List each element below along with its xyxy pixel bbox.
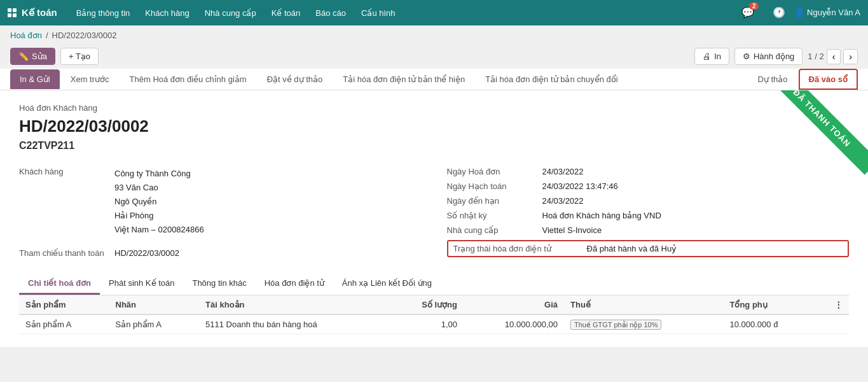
cell-row-actions [816, 315, 849, 334]
col-nhan: Nhãn [109, 295, 200, 315]
top-navigation: Kế toán Bảng thông tin Khách hàng Nhà cu… [0, 0, 868, 25]
invoice-table: Sản phẩm Nhãn Tài khoản Số lượng Giá Thu… [19, 295, 849, 334]
nav-nha-cung-cap[interactable]: Nhà cung cấp [198, 6, 263, 20]
clock-icon[interactable]: 🕐 [773, 6, 785, 18]
col-tai-khoan: Tài khoản [199, 295, 390, 315]
col-tong-phu: Tổng phụ [723, 295, 816, 315]
invoice-label: Hoá đơn Khách hàng [19, 103, 849, 113]
cell-thue: Thuế GTGT phải nộp 10% [564, 315, 723, 334]
action-bar: ✏️ Sửa + Tạo 🖨 In ⚙ Hành động 1 / 2 ‹ › [0, 45, 868, 69]
nha-cung-cap-row: Nhà cung cấp Viettel S-Invoice [447, 223, 850, 237]
tham-chieu-row: Tham chiếu thanh toán HD/2022/03/0002 [19, 246, 422, 260]
invoice-number: HD/2022/03/0002 [19, 117, 849, 136]
right-info: Ngày Hoá đơn 24/03/2022 Ngày Hạch toán 2… [447, 164, 850, 260]
edit-icon: ✏️ [18, 52, 29, 61]
col-so-luong: Số lượng [390, 295, 464, 315]
nav-bao-cao[interactable]: Báo cáo [309, 6, 352, 20]
tab-dat-ve-du-thao[interactable]: Đặt về dự thảo [258, 69, 333, 89]
trang-thai-row: Trạng thái hóa đơn điện tử Đã phát hành … [447, 240, 850, 257]
breadcrumb-parent[interactable]: Hoá đơn [10, 31, 42, 40]
cell-tong-phu: 10.000.000 đ [723, 315, 816, 334]
action-button[interactable]: ⚙ Hành động [734, 48, 803, 65]
action-tabs-bar: In & Gửi Xem trước Thêm Hoá đơn điều chỉ… [0, 69, 868, 90]
print-button[interactable]: 🖨 In [694, 48, 729, 65]
gear-icon: ⚙ [743, 52, 750, 61]
breadcrumb-current: HD/2022/03/0002 [52, 31, 117, 40]
detail-tab-anh-xa[interactable]: Ánh xạ Liên kết Đối ứng [333, 273, 441, 295]
detail-tab-hoa-don-dt[interactable]: Hóa đơn điện tử [256, 273, 333, 295]
app-name: Kế toán [22, 7, 57, 18]
detail-tabs-bar: Chi tiết hoá đơn Phát sinh Kế toán Thông… [19, 273, 849, 295]
ngay-den-han-row: Ngày đến hạn 24/03/2022 [447, 194, 850, 208]
edit-button[interactable]: ✏️ Sửa [10, 48, 55, 65]
pagination: 1 / 2 ‹ › [808, 49, 858, 64]
left-info: Khách hàng Công ty Thành Công 93 Văn Cao… [19, 164, 422, 260]
so-nhat-ky-row: Số nhật ký Hoá đơn Khách hàng bảng VND [447, 208, 850, 223]
cell-nhan: Sản phẩm A [109, 315, 200, 334]
table-row: Sản phẩm A Sản phẩm A 5111 Doanh thu bán… [19, 315, 849, 334]
tab-du-thao[interactable]: Dự thảo [748, 69, 797, 89]
app-logo[interactable]: Kế toán [8, 7, 57, 18]
cell-gia: 10.000.000,00 [464, 315, 564, 334]
prev-page-button[interactable]: ‹ [827, 49, 841, 64]
grid-icon [8, 8, 17, 17]
tab-tai-hoa-don-ban-chuyen-doi[interactable]: Tải hóa đơn điện tử bản chuyển đổi [476, 69, 628, 89]
detail-tab-chi-tiet[interactable]: Chi tiết hoá đơn [19, 273, 100, 295]
tab-da-vao-so[interactable]: Đã vào sổ [799, 69, 858, 90]
detail-tab-phat-sinh[interactable]: Phát sinh Kế toán [100, 273, 183, 295]
breadcrumb-separator: / [46, 31, 48, 40]
tab-them-hoa-don[interactable]: Thêm Hoá đơn điều chỉnh giảm [120, 69, 256, 89]
notification-icon[interactable]: 💬2 [741, 6, 764, 18]
print-icon: 🖨 [703, 52, 711, 61]
tab-in-gui[interactable]: In & Gửi [10, 69, 60, 89]
cell-tai-khoan: 5111 Doanh thu bán hàng hoá [199, 315, 390, 334]
tab-tai-hoa-don-ban-the-hien[interactable]: Tải hóa đơn điện tử bản thể hiện [333, 69, 474, 89]
nav-menu: Bảng thông tin Khách hàng Nhà cung cấp K… [70, 6, 729, 20]
cell-so-luong: 1,00 [390, 315, 464, 334]
col-gia: Giá [464, 295, 564, 315]
user-avatar[interactable]: 👤 Nguyễn Văn A [794, 8, 860, 17]
nav-right: 💬2 🕐 👤 Nguyễn Văn A [741, 6, 860, 18]
main-content: ĐÃ THANH TOÁN Hoá đơn Khách hàng HD/2022… [0, 90, 868, 347]
col-thue: Thuế [564, 295, 723, 315]
nav-bang-thong-tin[interactable]: Bảng thông tin [70, 6, 137, 20]
cell-san-pham: Sản phẩm A [19, 315, 109, 334]
create-button[interactable]: + Tạo [60, 48, 99, 65]
breadcrumb: Hoá đơn / HD/2022/03/0002 [0, 25, 868, 45]
next-page-button[interactable]: › [843, 49, 858, 64]
invoice-info-grid: Khách hàng Công ty Thành Công 93 Văn Cao… [19, 164, 849, 260]
tab-xem-truoc[interactable]: Xem trước [61, 69, 119, 89]
customer-address: Công ty Thành Công 93 Văn Cao Ngô Quyền … [114, 167, 204, 237]
nav-khach-hang[interactable]: Khách hàng [139, 6, 195, 20]
ngay-hoa-don-row: Ngày Hoá đơn 24/03/2022 [447, 164, 850, 179]
nav-ke-toan[interactable]: Kế toán [265, 6, 307, 20]
detail-tab-thong-tin[interactable]: Thông tin khác [183, 273, 255, 295]
ngay-hach-toan-row: Ngày Hạch toán 24/03/2022 13:47:46 [447, 179, 850, 194]
col-san-pham: Sản phẩm [19, 295, 109, 315]
col-actions: ⋮ [816, 295, 849, 315]
khach-hang-row: Khách hàng Công ty Thành Công 93 Văn Cao… [19, 164, 422, 239]
invoice-ref: C22TVP211 [19, 140, 849, 152]
nav-cau-hinh[interactable]: Cấu hình [355, 6, 402, 20]
table-header-row: Sản phẩm Nhãn Tài khoản Số lượng Giá Thu… [19, 295, 849, 315]
